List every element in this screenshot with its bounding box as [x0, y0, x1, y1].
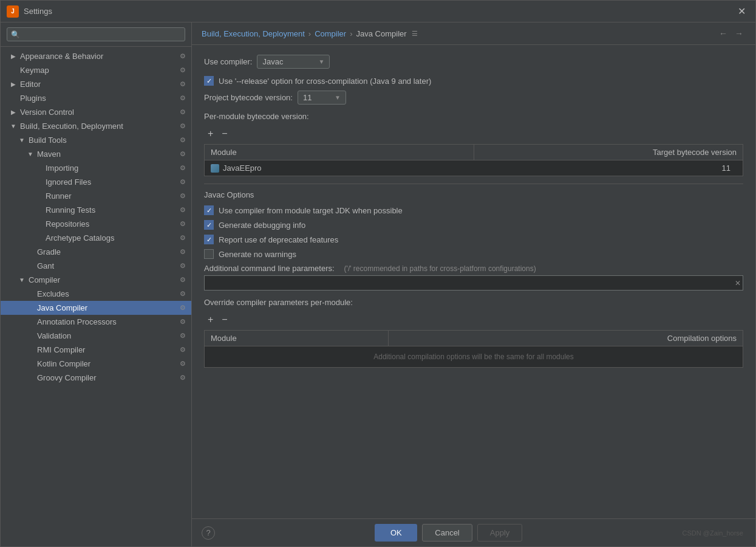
sidebar-item-build-tools[interactable]: ▼ Build Tools ⚙: [1, 133, 191, 147]
settings-icon: ⚙: [178, 345, 188, 355]
settings-icon: ⚙: [178, 289, 188, 299]
breadcrumb-sep2: ›: [350, 29, 352, 38]
release-option-checkbox[interactable]: [204, 76, 214, 86]
sidebar-item-kotlin-compiler[interactable]: Kotlin Compiler ⚙: [1, 357, 191, 371]
expand-icon: ▼: [18, 277, 26, 283]
sidebar-item-runner[interactable]: Runner ⚙: [1, 189, 191, 203]
sidebar-item-label: Maven: [35, 149, 178, 159]
apply-button[interactable]: Apply: [477, 524, 523, 542]
javac-option-checkbox-3[interactable]: [204, 249, 214, 259]
sidebar-item-rmi-compiler[interactable]: RMI Compiler ⚙: [1, 343, 191, 357]
sidebar-item-annotation-processors[interactable]: Annotation Processors ⚙: [1, 315, 191, 329]
expand-icon: ▶: [9, 53, 18, 60]
settings-icon: ⚙: [178, 150, 188, 159]
sidebar-item-label: Kotlin Compiler: [35, 359, 178, 369]
javac-options-title: Javac Options: [204, 190, 743, 199]
expand-icon: ▼: [9, 123, 18, 129]
javac-option-checkbox-1[interactable]: [204, 220, 214, 230]
sidebar-item-label: Annotation Processors: [35, 317, 178, 327]
nav-forward-button[interactable]: →: [732, 27, 746, 40]
cancel-button[interactable]: Cancel: [422, 524, 472, 542]
sidebar-item-label: Gradle: [35, 247, 178, 257]
add-override-button[interactable]: +: [204, 313, 217, 326]
settings-content: Use compiler: Javac ▼ Use '--release' op…: [192, 45, 755, 518]
javac-option-checkbox-0[interactable]: [204, 205, 214, 215]
sidebar-item-label: Runner: [43, 191, 178, 201]
bottom-actions: OK Cancel Apply: [375, 524, 522, 542]
sidebar-item-gant[interactable]: Gant ⚙: [1, 259, 191, 273]
sidebar-item-ignored-files[interactable]: Ignored Files ⚙: [1, 175, 191, 189]
ok-button[interactable]: OK: [375, 524, 417, 542]
sidebar-item-java-compiler[interactable]: Java Compiler ⚙: [1, 301, 191, 315]
sidebar-item-archetype-catalogs[interactable]: Archetype Catalogs ⚙: [1, 231, 191, 245]
settings-window: J Settings ✕ 🔍 ▶ Appearance & Behavior ⚙: [0, 0, 756, 547]
nav-back-button[interactable]: ←: [717, 27, 730, 40]
remove-module-button[interactable]: −: [218, 127, 231, 140]
settings-icon: ⚙: [178, 94, 188, 103]
javac-option-row-3: Generate no warnings: [204, 249, 743, 259]
breadcrumb-part2[interactable]: Compiler: [315, 29, 346, 38]
expand-icon: ▶: [9, 81, 18, 88]
breadcrumb-bar: Build, Execution, Deployment › Compiler …: [192, 22, 755, 45]
settings-icon: ⚙: [178, 52, 188, 61]
sidebar-item-keymap[interactable]: Keymap ⚙: [1, 63, 191, 77]
sidebar-item-groovy-compiler[interactable]: Groovy Compiler ⚙: [1, 371, 191, 385]
dropdown-arrow-icon: ▼: [335, 94, 341, 101]
additional-params-input-wrap: ✕: [204, 275, 743, 291]
sidebar-item-importing[interactable]: Importing ⚙: [1, 161, 191, 175]
close-button[interactable]: ✕: [734, 4, 749, 18]
settings-icon: ⚙: [178, 205, 188, 215]
sidebar-item-appearance[interactable]: ▶ Appearance & Behavior ⚙: [1, 49, 191, 63]
breadcrumb-menu-icon[interactable]: ☰: [412, 30, 418, 38]
breadcrumb-part1[interactable]: Build, Execution, Deployment: [202, 29, 305, 38]
sidebar-item-running-tests[interactable]: Running Tests ⚙: [1, 203, 191, 217]
javac-option-label-2: Report use of deprecated features: [219, 235, 338, 244]
additional-params-input[interactable]: [204, 275, 743, 291]
divider: [204, 184, 743, 184]
sidebar-item-version-control[interactable]: ▶ Version Control ⚙: [1, 105, 191, 119]
settings-icon: ⚙: [178, 191, 188, 201]
javac-option-checkbox-2[interactable]: [204, 235, 214, 244]
javac-option-label-1: Generate debugging info: [219, 221, 305, 230]
sidebar-item-compiler[interactable]: ▼ Compiler ⚙: [1, 273, 191, 287]
sidebar-tree: ▶ Appearance & Behavior ⚙ Keymap ⚙ ▶ Edi…: [1, 47, 191, 546]
add-module-button[interactable]: +: [204, 127, 217, 140]
sidebar-item-gradle[interactable]: Gradle ⚙: [1, 245, 191, 259]
table-row[interactable]: JavaEEpro 11: [205, 160, 743, 176]
module-table: Module Target bytecode version JavaEEpro…: [204, 144, 743, 176]
sidebar-item-label: Excludes: [35, 289, 178, 299]
settings-icon: ⚙: [178, 247, 188, 257]
sidebar-item-maven[interactable]: ▼ Maven ⚙: [1, 147, 191, 161]
module-version-cell: 11: [722, 163, 737, 173]
bytecode-version-row: Project bytecode version: 11 ▼: [204, 91, 743, 105]
javac-option-label-0: Use compiler from module target JDK when…: [219, 206, 403, 215]
sidebar-item-repositories[interactable]: Repositories ⚙: [1, 217, 191, 231]
bytecode-version-dropdown[interactable]: 11 ▼: [298, 91, 346, 105]
target-col-header: Target bytecode version: [474, 145, 743, 160]
sidebar-item-label: Java Compiler: [35, 303, 178, 313]
sidebar-item-editor[interactable]: ▶ Editor ⚙: [1, 77, 191, 91]
override-label: Override compiler parameters per-module:: [204, 298, 743, 307]
module-name: JavaEEpro: [223, 163, 262, 173]
sidebar-item-plugins[interactable]: Plugins ⚙: [1, 91, 191, 105]
search-input[interactable]: [22, 30, 181, 39]
breadcrumb-current: Java Compiler: [356, 29, 407, 38]
settings-icon: ⚙: [178, 303, 188, 313]
sidebar-item-label: Build Tools: [26, 135, 178, 145]
search-input-wrap[interactable]: 🔍: [7, 27, 185, 41]
bytecode-version-value: 11: [303, 93, 331, 102]
sidebar-item-excludes[interactable]: Excludes ⚙: [1, 287, 191, 301]
compiler-dropdown[interactable]: Javac ▼: [257, 55, 330, 69]
clear-input-button[interactable]: ✕: [735, 279, 741, 287]
sidebar-item-validation[interactable]: Validation ⚙: [1, 329, 191, 343]
remove-override-button[interactable]: −: [218, 313, 231, 326]
override-module-col-header: Module: [205, 331, 389, 346]
sidebar-item-build-exec-deploy[interactable]: ▼ Build, Execution, Deployment ⚙: [1, 119, 191, 133]
use-compiler-label: Use compiler:: [204, 57, 252, 66]
main-panel: Build, Execution, Deployment › Compiler …: [192, 22, 755, 546]
breadcrumb-sep1: ›: [308, 29, 311, 38]
search-icon: 🔍: [11, 30, 20, 39]
override-table: Module Compilation options Additional co…: [204, 330, 743, 368]
settings-icon: ⚙: [178, 261, 188, 271]
help-button[interactable]: ?: [202, 526, 215, 540]
